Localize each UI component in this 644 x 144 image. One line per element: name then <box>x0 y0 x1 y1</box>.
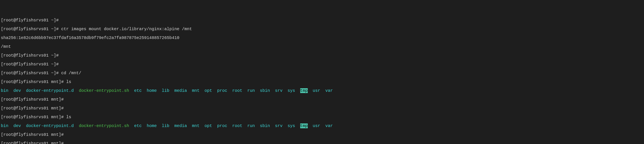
dir-sbin: sbin <box>260 88 270 93</box>
dir-opt: opt <box>204 88 212 93</box>
dir-tmp: tmp <box>300 124 308 128</box>
dir-sys: sys <box>288 88 295 93</box>
dir-etc: etc <box>134 124 142 128</box>
prompt: [root@flyfishsrvs01 mnt]# <box>1 115 66 120</box>
dir-usr: usr <box>313 88 320 93</box>
command-text: cd /mnt/ <box>61 71 81 76</box>
ls-output: bin dev docker-entrypoint.d docker-entry… <box>1 88 643 93</box>
dir-opt: opt <box>204 124 212 128</box>
sha-output: sha256:1e82c6d6bb97ec37fdaf16a3578db9f79… <box>1 36 179 40</box>
dir-media: media <box>174 88 187 93</box>
dir-usr: usr <box>313 124 320 128</box>
dir-bin: bin <box>1 124 8 128</box>
dir-run: run <box>247 124 255 128</box>
dir-var: var <box>325 124 333 128</box>
prompt: [root@flyfishsrvs01 ~]# <box>1 53 59 58</box>
prompt: [root@flyfishsrvs01 mnt]# <box>1 97 64 102</box>
prompt: [root@flyfishsrvs01 ~]# <box>1 26 61 32</box>
dir-docker-entrypoint-d: docker-entrypoint.d <box>26 88 74 93</box>
terminal-output: sha256:1e82c6d6bb97ec37fdaf16a3578db9f79… <box>1 36 643 40</box>
terminal-line: [root@flyfishsrvs01 mnt]# <box>1 132 643 137</box>
ls-output: bin dev docker-entrypoint.d docker-entry… <box>1 124 643 128</box>
dir-run: run <box>247 88 255 93</box>
terminal-line: [root@flyfishsrvs01 ~]# <box>1 18 643 22</box>
terminal-line: [root@flyfishsrvs01 ~]# ctr images mount… <box>1 27 643 31</box>
prompt: [root@flyfishsrvs01 ~]# <box>1 18 59 23</box>
dir-sbin: sbin <box>260 124 270 128</box>
dir-sys: sys <box>288 124 295 128</box>
dir-home: home <box>147 124 157 128</box>
dir-etc: etc <box>134 88 142 93</box>
mnt-output: /mnt <box>1 44 11 49</box>
dir-root: root <box>232 88 242 93</box>
terminal-line: [root@flyfishsrvs01 mnt]# <box>1 106 643 110</box>
dir-dev: dev <box>14 88 21 93</box>
dir-home: home <box>147 88 157 93</box>
file-docker-entrypoint-sh: docker-entrypoint.sh <box>79 88 129 93</box>
dir-mnt: mnt <box>192 124 200 128</box>
file-docker-entrypoint-sh: docker-entrypoint.sh <box>79 124 129 128</box>
dir-proc: proc <box>217 88 227 93</box>
terminal-line: [root@flyfishsrvs01 ~]# cd /mnt/ <box>1 71 643 75</box>
command-text: ls <box>66 80 71 84</box>
dir-srv: srv <box>275 88 282 93</box>
terminal-line: [root@flyfishsrvs01 mnt]# ls <box>1 80 643 84</box>
terminal-line: [root@flyfishsrvs01 mnt]# ls <box>1 115 643 119</box>
terminal-line: [root@flyfishsrvs01 ~]# <box>1 62 643 66</box>
prompt: [root@flyfishsrvs01 ~]# <box>1 62 59 67</box>
dir-root: root <box>232 124 242 128</box>
prompt: [root@flyfishsrvs01 mnt]# <box>1 132 64 137</box>
dir-media: media <box>174 124 187 128</box>
terminal-line: [root@flyfishsrvs01 mnt]# <box>1 141 643 144</box>
dir-tmp: tmp <box>300 88 308 93</box>
dir-bin: bin <box>1 88 8 93</box>
prompt: [root@flyfishsrvs01 mnt]# <box>1 80 66 84</box>
terminal-line: [root@flyfishsrvs01 mnt]# <box>1 97 643 102</box>
dir-lib: lib <box>162 124 169 128</box>
terminal-line: [root@flyfishsrvs01 ~]# <box>1 53 643 58</box>
dir-var: var <box>325 88 333 93</box>
dir-docker-entrypoint-d: docker-entrypoint.d <box>26 124 74 128</box>
prompt: [root@flyfishsrvs01 mnt]# <box>1 106 64 111</box>
command-text: ctr images mount docker.io/library/nginx… <box>61 26 192 32</box>
dir-srv: srv <box>275 124 282 128</box>
dir-proc: proc <box>217 124 227 128</box>
dir-mnt: mnt <box>192 88 200 93</box>
prompt: [root@flyfishsrvs01 mnt]# <box>1 141 64 144</box>
dir-dev: dev <box>14 124 21 128</box>
dir-lib: lib <box>162 88 169 93</box>
prompt: [root@flyfishsrvs01 ~]# <box>1 71 61 76</box>
terminal-output: /mnt <box>1 44 643 49</box>
command-text: ls <box>66 115 71 120</box>
